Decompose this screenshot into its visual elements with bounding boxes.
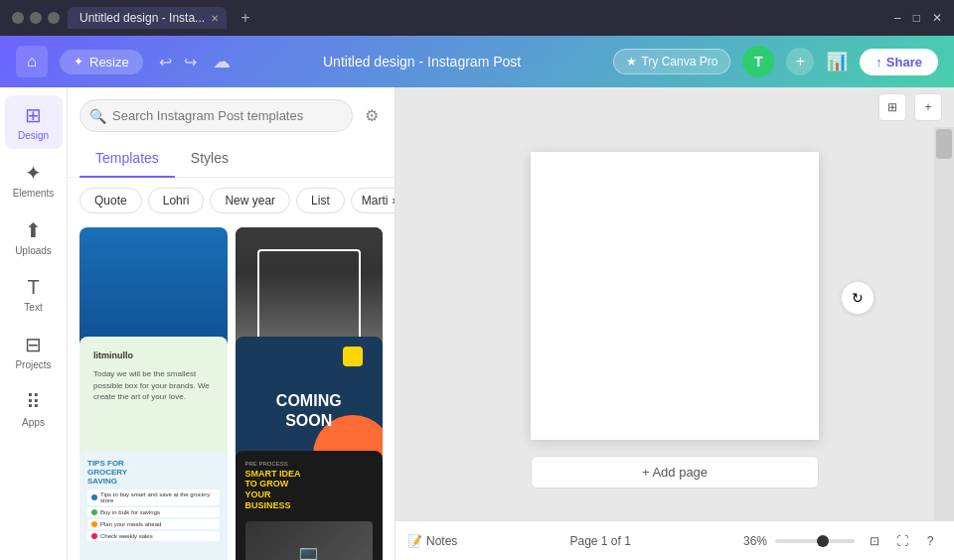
share-icon: ↑ xyxy=(875,55,882,70)
zoom-slider[interactable] xyxy=(775,539,855,543)
elements-icon: ✦ xyxy=(25,161,42,185)
dot-2 xyxy=(30,12,42,24)
sidebar-item-projects[interactable]: ⊟ Projects xyxy=(5,325,63,378)
canvas-wrapper: + Add page ↻ xyxy=(396,127,954,520)
template-card-5[interactable]: TIPS FORGROCERYSAVING Tips to buy smart … xyxy=(80,451,228,560)
design-label: Design xyxy=(18,130,49,141)
notes-icon: 📝 xyxy=(407,534,422,548)
canvas-scroll-area: + Add page ↻ xyxy=(396,127,954,520)
save-button[interactable]: ☁ xyxy=(213,51,231,72)
canvas-page-1[interactable] xyxy=(531,152,819,440)
template-6-label: PRE PROCESS xyxy=(245,461,374,467)
template-5-item-1: Tips to buy smart and save at the grocer… xyxy=(87,490,220,505)
template-card-6[interactable]: PRE PROCESS SMART IDEATO GROWYOURBUSINES… xyxy=(236,451,384,560)
browser-tab[interactable]: Untitled design - Insta... ✕ xyxy=(68,7,227,29)
tip-dot-2 xyxy=(91,509,97,515)
fullscreen-button[interactable]: ⛶ xyxy=(890,529,914,553)
chip-quote[interactable]: Quote xyxy=(80,188,142,213)
template-grid: the sea soothes my soul litminullo Today… xyxy=(68,223,395,560)
maximize-icon[interactable]: □ xyxy=(913,11,920,25)
chip-marti[interactable]: Marti › xyxy=(351,188,395,213)
dot-3 xyxy=(48,12,60,24)
refresh-button[interactable]: ↻ xyxy=(841,281,874,315)
text-label: Text xyxy=(24,302,42,313)
category-chips: Quote Lohri New year List Marti › xyxy=(68,178,395,223)
chip-list[interactable]: List xyxy=(296,188,345,213)
tab-styles[interactable]: Styles xyxy=(175,140,244,178)
grid-icon: ⊞ xyxy=(887,100,897,114)
left-sidebar: ⊞ Design ✦ Elements ⬆ Uploads T Text ⊟ P… xyxy=(0,87,68,560)
tip-dot-1 xyxy=(91,494,97,500)
template-5-title: TIPS FORGROCERYSAVING xyxy=(87,459,220,486)
sidebar-item-text[interactable]: T Text xyxy=(5,268,63,321)
uploads-icon: ⬆ xyxy=(25,218,42,242)
main-layout: ⊞ Design ✦ Elements ⬆ Uploads T Text ⊟ P… xyxy=(0,87,954,560)
scrollbar-thumb[interactable] xyxy=(936,129,952,159)
window-dots xyxy=(12,12,60,24)
add-page-label: + Add page xyxy=(642,465,708,480)
analytics-button[interactable]: 📊 xyxy=(826,51,848,72)
filter-button[interactable]: ⚙ xyxy=(361,102,383,129)
resize-label: Resize xyxy=(89,55,129,70)
vertical-scrollbar[interactable] xyxy=(934,127,954,520)
grid-tool-button[interactable]: ⊞ xyxy=(878,93,906,121)
redo-button[interactable]: ↪ xyxy=(180,49,201,75)
sidebar-item-apps[interactable]: ⠿ Apps xyxy=(5,382,63,436)
help-icon: ? xyxy=(927,534,934,548)
notes-label: Notes xyxy=(426,534,457,548)
add-page-button[interactable]: + Add page xyxy=(531,456,819,489)
zoom-controls: 36% xyxy=(743,534,855,548)
tab-templates-label: Templates xyxy=(95,150,159,166)
chip-new-year[interactable]: New year xyxy=(210,188,290,213)
filter-icon: ⚙ xyxy=(365,107,379,124)
page-info: Page 1 of 1 xyxy=(465,534,735,548)
sidebar-item-elements[interactable]: ✦ Elements xyxy=(5,153,63,207)
sidebar-item-uploads[interactable]: ⬆ Uploads xyxy=(5,210,63,264)
new-tab-button[interactable]: + xyxy=(235,7,256,29)
sidebar-item-design[interactable]: ⊞ Design xyxy=(5,95,63,149)
top-toolbar: ⌂ ✦ Resize ↩ ↪ ☁ Untitled design - Insta… xyxy=(0,36,954,87)
resize-button[interactable]: ✦ Resize xyxy=(60,50,143,74)
tip-dot-3 xyxy=(91,521,97,527)
fullscreen-icon: ⛶ xyxy=(896,534,908,548)
help-button[interactable]: ? xyxy=(918,529,942,553)
add-tool-button[interactable]: + xyxy=(914,93,942,121)
window-controls[interactable]: – □ ✕ xyxy=(894,11,942,25)
bottom-bar: 📝 Notes Page 1 of 1 36% ⊡ ⛶ ? xyxy=(396,520,954,560)
search-input-wrapper: 🔍 xyxy=(80,99,353,132)
close-icon[interactable]: ✕ xyxy=(932,11,942,25)
try-pro-button[interactable]: ★ Try Canva Pro xyxy=(613,49,730,74)
template-3-logo: litminullo xyxy=(93,350,214,360)
zoom-thumb[interactable] xyxy=(817,535,829,547)
canvas-pages: + Add page xyxy=(531,152,819,496)
pro-label: Try Canva Pro xyxy=(641,55,717,69)
projects-label: Projects xyxy=(15,359,51,370)
canvas-area: ⊞ + + Add page ↻ xyxy=(396,87,954,560)
zoom-level: 36% xyxy=(743,534,767,548)
tab-label: Untitled design - Insta... xyxy=(80,11,205,25)
minimize-icon[interactable]: – xyxy=(894,11,901,25)
dot-1 xyxy=(12,12,24,24)
notes-button[interactable]: 📝 Notes xyxy=(407,534,457,548)
chip-lohri[interactable]: Lohri xyxy=(148,188,205,213)
home-button[interactable]: ⌂ xyxy=(16,46,48,77)
fit-page-button[interactable]: ⊡ xyxy=(863,529,886,553)
template-5-item-3: Plan your meals ahead xyxy=(87,519,220,529)
template-5-item-4: Check weekly sales xyxy=(87,531,220,541)
tab-close-icon[interactable]: ✕ xyxy=(211,13,219,24)
laptop-icon: 💻 xyxy=(296,543,321,561)
template-5-item-2: Buy in bulk for savings xyxy=(87,507,220,517)
resize-icon: ✦ xyxy=(74,55,83,69)
share-button[interactable]: ↑ Share xyxy=(860,49,938,75)
template-5-items: Tips to buy smart and save at the grocer… xyxy=(87,490,220,541)
search-bar: 🔍 ⚙ xyxy=(68,87,395,140)
search-input[interactable] xyxy=(80,99,353,132)
tab-templates[interactable]: Templates xyxy=(80,140,175,178)
undo-button[interactable]: ↩ xyxy=(155,49,176,75)
title-bar: Untitled design - Insta... ✕ + – □ ✕ xyxy=(0,0,954,36)
user-avatar[interactable]: T xyxy=(742,46,774,77)
template-6-laptop: 💻 xyxy=(245,521,374,560)
add-team-button[interactable]: + xyxy=(786,48,814,75)
panel-tabs: Templates Styles xyxy=(68,140,395,178)
bottom-tools: ⊡ ⛶ ? xyxy=(863,529,942,553)
